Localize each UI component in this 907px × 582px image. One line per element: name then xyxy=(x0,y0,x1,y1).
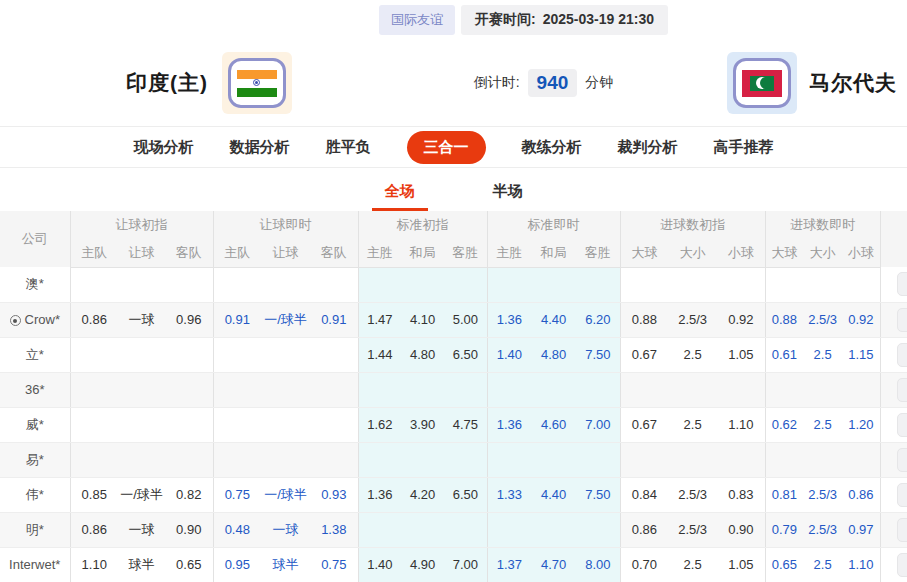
odds-cell: 1.44 xyxy=(358,337,401,372)
odds-cell: 0.67 xyxy=(620,407,668,442)
odds-cell xyxy=(310,267,358,302)
sub-header-6-3: 小球 xyxy=(842,239,880,267)
odds-cell xyxy=(576,372,620,407)
odds-cell: 4.80 xyxy=(531,337,576,372)
odds-cell xyxy=(165,337,213,372)
odds-cell xyxy=(487,372,531,407)
sub-header-5-2: 大小 xyxy=(668,239,717,267)
odds-cell xyxy=(310,407,358,442)
odds-cell xyxy=(118,267,165,302)
odds-cell xyxy=(842,442,880,477)
league-badge[interactable]: 国际友谊 xyxy=(379,5,455,35)
subtab-1[interactable]: 全场 xyxy=(372,182,428,211)
odds-cell xyxy=(165,442,213,477)
odds-cell: 4.40 xyxy=(531,302,576,337)
group-header-1: 让球初指 xyxy=(70,211,213,239)
subtab-2[interactable]: 半场 xyxy=(480,182,536,211)
odds-cell: 7.00 xyxy=(576,407,620,442)
odds-cell: 3.90 xyxy=(401,407,444,442)
table-row: 易* xyxy=(0,442,907,477)
odds-cell xyxy=(165,372,213,407)
odds-cell: 7.00 xyxy=(444,547,487,582)
odds-cell xyxy=(487,512,531,547)
table-row: Crow*0.86一球0.960.91一/球半0.911.474.105.001… xyxy=(0,302,907,337)
odds-cell xyxy=(717,267,765,302)
extra-cell xyxy=(880,512,907,547)
extra-cell xyxy=(880,442,907,477)
detail-button[interactable] xyxy=(897,518,907,542)
odds-cell xyxy=(213,337,261,372)
odds-cell: 一球 xyxy=(118,302,165,337)
extra-cell xyxy=(880,267,907,302)
odds-cell: 一球 xyxy=(118,512,165,547)
nav-tabs: 现场分析数据分析胜平负三合一教练分析裁判分析高手推荐 xyxy=(0,126,907,168)
detail-button[interactable] xyxy=(897,483,907,507)
company-cell: 明* xyxy=(0,512,70,547)
odds-cell: 0.88 xyxy=(620,302,668,337)
odds-cell: 2.5/3 xyxy=(668,477,717,512)
odds-cell: 0.90 xyxy=(717,512,765,547)
nav-tab-5[interactable]: 教练分析 xyxy=(522,138,582,157)
odds-cell xyxy=(842,267,880,302)
sub-header-2-1: 主队 xyxy=(213,239,261,267)
odds-cell xyxy=(213,267,261,302)
subtabs: 全场半场 xyxy=(0,168,907,211)
odds-cell: 0.82 xyxy=(165,477,213,512)
odds-cell xyxy=(70,267,118,302)
detail-button[interactable] xyxy=(897,272,907,296)
odds-cell xyxy=(531,512,576,547)
table-row: 威*1.623.904.751.364.607.000.672.51.100.6… xyxy=(0,407,907,442)
soccer-ball-icon xyxy=(10,315,21,326)
odds-cell xyxy=(444,442,487,477)
odds-cell xyxy=(165,407,213,442)
odds-cell: 2.5 xyxy=(803,407,842,442)
nav-tab-2[interactable]: 数据分析 xyxy=(230,138,290,157)
group-header-4: 标准即时 xyxy=(487,211,620,239)
nav-tab-1[interactable]: 现场分析 xyxy=(134,138,194,157)
detail-button[interactable] xyxy=(897,448,907,472)
odds-cell: 0.65 xyxy=(165,547,213,582)
nav-tab-4[interactable]: 三合一 xyxy=(407,131,486,164)
chakra-icon xyxy=(253,79,260,86)
odds-cell: 0.90 xyxy=(165,512,213,547)
topbar-inner: 国际友谊 开赛时间: 2025-03-19 21:30 xyxy=(379,5,668,35)
team-header: 印度(主) 倒计时: 940 分钟 马尔代夫 xyxy=(0,40,907,126)
odds-cell xyxy=(165,267,213,302)
detail-button[interactable] xyxy=(897,343,907,367)
odds-cell xyxy=(358,442,401,477)
detail-button[interactable] xyxy=(897,553,907,577)
odds-cell: 0.83 xyxy=(717,477,765,512)
company-cell: 伟* xyxy=(0,477,70,512)
nav-tab-6[interactable]: 裁判分析 xyxy=(618,138,678,157)
odds-cell: 0.85 xyxy=(70,477,118,512)
odds-cell: 2.5 xyxy=(668,337,717,372)
table-row: 36* xyxy=(0,372,907,407)
odds-cell: 0.65 xyxy=(765,547,803,582)
sub-header-2-3: 客队 xyxy=(310,239,358,267)
odds-cell: 1.33 xyxy=(487,477,531,512)
odds-cell: 1.05 xyxy=(717,337,765,372)
odds-cell xyxy=(576,512,620,547)
home-flag-frame xyxy=(222,52,292,114)
odds-cell xyxy=(717,442,765,477)
odds-cell: 1.10 xyxy=(842,547,880,582)
table-row: 立*1.444.806.501.404.807.500.672.51.050.6… xyxy=(0,337,907,372)
group-header-6: 进球数即时 xyxy=(765,211,880,239)
nav-tab-7[interactable]: 高手推荐 xyxy=(714,138,774,157)
odds-cell xyxy=(531,267,576,302)
detail-button[interactable] xyxy=(897,308,907,332)
odds-cell: 1.36 xyxy=(487,407,531,442)
odds-cell xyxy=(668,442,717,477)
odds-cell: 0.92 xyxy=(717,302,765,337)
detail-button[interactable] xyxy=(897,378,907,402)
detail-button[interactable] xyxy=(897,413,907,437)
odds-cell xyxy=(444,372,487,407)
odds-cell xyxy=(444,267,487,302)
odds-cell: 0.92 xyxy=(842,302,880,337)
sub-header-5-1: 大球 xyxy=(620,239,668,267)
odds-cell: 2.5 xyxy=(803,547,842,582)
nav-tab-3[interactable]: 胜平负 xyxy=(326,138,371,157)
odds-cell xyxy=(261,407,310,442)
odds-cell xyxy=(118,337,165,372)
odds-cell: 1.05 xyxy=(717,547,765,582)
